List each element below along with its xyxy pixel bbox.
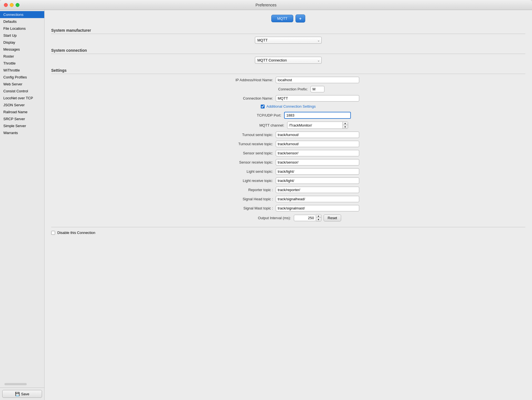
sidebar-item-connections[interactable]: Connections [0, 11, 44, 18]
sidebar-item-srcp-server[interactable]: SRCP Server [0, 115, 44, 122]
settings-title: Settings [51, 68, 525, 74]
signal-mast-row: Signal Mast topic : [51, 205, 525, 211]
save-label: Save [21, 392, 29, 396]
sidebar-item-messages[interactable]: Messages [0, 46, 44, 53]
mqtt-tab[interactable]: MQTT [271, 15, 293, 22]
output-interval-up-button[interactable]: ▲ [316, 214, 321, 218]
disable-connection-checkbox[interactable] [51, 231, 55, 235]
tcp-port-row: TCP/UDP Port: [51, 112, 525, 119]
additional-settings-row: Additional Connection Settings [51, 104, 525, 108]
signal-head-input[interactable] [276, 196, 359, 202]
main-content: Connections Defaults File Locations Star… [0, 10, 532, 400]
system-connection-section: System connection MQTT Connection ⌄ [51, 48, 525, 64]
signal-mast-input[interactable] [276, 205, 359, 211]
turnout-receive-label: Turnout receive topic: [217, 142, 273, 146]
system-connection-select-wrapper: MQTT Connection ⌄ [255, 57, 322, 64]
system-manufacturer-select[interactable]: MQTT DCC++ JMRI [255, 37, 322, 44]
system-manufacturer-select-wrapper: MQTT DCC++ JMRI ⌄ [255, 37, 322, 44]
close-button[interactable] [4, 3, 8, 7]
light-send-row: Light send topic: [51, 168, 525, 175]
sidebar: Connections Defaults File Locations Star… [0, 10, 45, 400]
sensor-send-label: Sensor send topic: [217, 151, 273, 155]
sidebar-item-display[interactable]: Display [0, 39, 44, 46]
sidebar-item-withrottle[interactable]: WiThrottle [0, 67, 44, 74]
maximize-button[interactable] [16, 3, 19, 7]
output-interval-spinner: ▲ ▼ [316, 214, 321, 221]
connection-prefix-label: Connection Prefix: [252, 87, 308, 91]
ip-address-row: IP Address/Host Name: [51, 77, 525, 83]
light-receive-row: Light receive topic: [51, 177, 525, 184]
sidebar-item-railroad-name[interactable]: Railroad Name [0, 108, 44, 115]
system-connection-title: System connection [51, 48, 525, 54]
sidebar-item-web-server[interactable]: Web Server [0, 81, 44, 88]
system-manufacturer-title: System manufacturer [51, 28, 525, 34]
light-send-label: Light send topic: [217, 169, 273, 174]
floppy-icon: 💾 [15, 392, 20, 396]
connection-name-row: Connection Name: [51, 95, 525, 102]
minimize-button[interactable] [10, 3, 14, 7]
mqtt-channel-spinner: ▲ ▼ [343, 122, 348, 129]
reset-button[interactable]: Reset [324, 214, 341, 221]
mqtt-channel-wrapper: ▲ ▼ [287, 122, 348, 129]
add-connection-button[interactable]: + [295, 14, 305, 23]
sidebar-item-defaults[interactable]: Defaults [0, 18, 44, 25]
mqtt-channel-up-button[interactable]: ▲ [343, 122, 348, 125]
traffic-lights [4, 3, 19, 7]
mqtt-channel-label: MQTT channel: [229, 123, 284, 127]
sidebar-item-throttle[interactable]: Throttle [0, 60, 44, 67]
output-interval-input[interactable] [294, 215, 316, 221]
sidebar-item-start-up[interactable]: Start Up [0, 32, 44, 39]
main-panel: MQTT + System manufacturer MQTT DCC++ JM… [45, 10, 532, 400]
sidebar-item-consist-control[interactable]: Consist Control [0, 88, 44, 95]
mqtt-channel-down-button[interactable]: ▼ [343, 125, 348, 129]
connection-name-input[interactable] [276, 95, 359, 102]
ip-address-input[interactable] [276, 77, 359, 83]
turnout-send-input[interactable] [276, 132, 359, 138]
sensor-send-row: Sensor send topic: [51, 150, 525, 156]
mqtt-channel-row: MQTT channel: ▲ ▼ [51, 122, 525, 129]
output-interval-row: Output Interval (ms): ▲ ▼ Reset [51, 214, 525, 221]
title-bar: Preferences [0, 0, 532, 10]
additional-settings-label[interactable]: Additional Connection Settings [266, 104, 316, 108]
system-manufacturer-row: MQTT DCC++ JMRI ⌄ [51, 37, 525, 44]
sensor-receive-row: Sensor receive topic: [51, 159, 525, 166]
output-interval-label: Output Interval (ms): [235, 216, 291, 220]
light-receive-input[interactable] [276, 177, 359, 184]
disable-connection-label[interactable]: Disable this Connection [57, 231, 95, 235]
window-title: Preferences [255, 3, 276, 7]
signal-head-label: Signal Head topic : [217, 197, 273, 201]
mqtt-channel-input[interactable] [287, 122, 343, 129]
turnout-receive-input[interactable] [276, 141, 359, 147]
sidebar-item-simple-server[interactable]: Simple Server [0, 122, 44, 129]
sidebar-item-warrants[interactable]: Warrants [0, 129, 44, 136]
light-send-input[interactable] [276, 168, 359, 175]
system-manufacturer-section: System manufacturer MQTT DCC++ JMRI ⌄ [51, 28, 525, 44]
sidebar-item-roster[interactable]: Roster [0, 53, 44, 60]
sensor-receive-input[interactable] [276, 159, 359, 166]
sidebar-item-loconet-over-tcp[interactable]: LocoNet over TCP [0, 95, 44, 102]
sensor-send-input[interactable] [276, 150, 359, 156]
reporter-topic-label: Reporter topic : [217, 188, 273, 192]
reporter-topic-input[interactable] [276, 187, 359, 193]
sidebar-item-json-server[interactable]: JSON Server [0, 102, 44, 108]
signal-head-row: Signal Head topic : [51, 196, 525, 202]
connection-prefix-input[interactable] [311, 86, 324, 92]
tcp-port-input[interactable] [284, 112, 351, 119]
signal-mast-label: Signal Mast topic : [217, 206, 273, 210]
turnout-send-row: Turnout send topic: [51, 132, 525, 138]
system-connection-select[interactable]: MQTT Connection [255, 57, 322, 64]
scrollbar[interactable] [4, 383, 27, 385]
sidebar-item-file-locations[interactable]: File Locations [0, 25, 44, 32]
output-interval-down-button[interactable]: ▼ [316, 218, 321, 221]
tcp-port-label: TCP/UDP Port: [226, 113, 281, 117]
sidebar-items: Connections Defaults File Locations Star… [0, 10, 44, 381]
sidebar-item-config-profiles[interactable]: Config Profiles [0, 74, 44, 81]
save-button[interactable]: 💾 Save [2, 390, 42, 398]
additional-settings-checkbox[interactable] [261, 105, 265, 108]
reporter-topic-row: Reporter topic : [51, 187, 525, 193]
ip-address-label: IP Address/Host Name: [217, 78, 273, 82]
tab-bar: MQTT + [51, 14, 525, 23]
sensor-receive-label: Sensor receive topic: [217, 160, 273, 164]
preferences-window: Preferences Connections Defaults File Lo… [0, 0, 532, 400]
connection-prefix-row: Connection Prefix: [51, 86, 525, 92]
